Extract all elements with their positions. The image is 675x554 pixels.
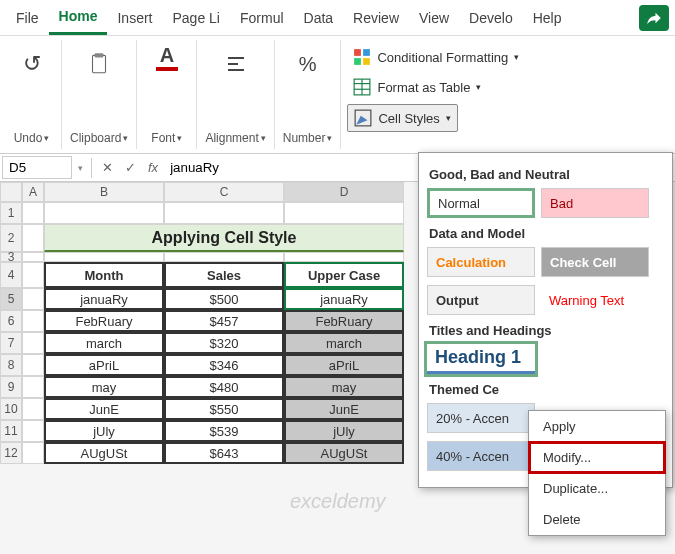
cell-sales[interactable]: $320 bbox=[164, 332, 284, 354]
name-box-chevron[interactable]: ▾ bbox=[74, 163, 87, 173]
row-header[interactable]: 1 bbox=[0, 202, 22, 224]
alignment-label: Alignment bbox=[205, 131, 258, 145]
cells: Applying Cell Style Month Sales Upper Ca… bbox=[22, 202, 404, 464]
table-label: Format as Table bbox=[377, 80, 470, 95]
select-all-corner[interactable] bbox=[0, 182, 22, 202]
section-themed: Themed Ce bbox=[429, 382, 662, 397]
cell-sales[interactable]: $346 bbox=[164, 354, 284, 376]
cell-month[interactable]: JunE bbox=[44, 398, 164, 420]
cell-upper[interactable]: JunE bbox=[284, 398, 404, 420]
row-header[interactable]: 2 bbox=[0, 224, 22, 252]
conditional-icon bbox=[353, 48, 371, 66]
row-header[interactable]: 7 bbox=[0, 332, 22, 354]
share-button[interactable] bbox=[639, 5, 669, 31]
fx-icon[interactable]: fx bbox=[142, 160, 164, 175]
cell-month[interactable]: march bbox=[44, 332, 164, 354]
tab-help[interactable]: Help bbox=[523, 2, 572, 34]
cell-sales[interactable]: $550 bbox=[164, 398, 284, 420]
share-icon bbox=[645, 9, 663, 27]
ribbon: ↺ Undo▾ Clipboard▾ A Font▾ Alignment▾ % … bbox=[0, 36, 675, 154]
table-icon bbox=[353, 78, 371, 96]
cell-styles-label: Cell Styles bbox=[378, 111, 439, 126]
tab-developer[interactable]: Develo bbox=[459, 2, 523, 34]
row-header[interactable]: 3 bbox=[0, 252, 22, 262]
ctx-delete[interactable]: Delete bbox=[529, 504, 665, 535]
col-header-a[interactable]: A bbox=[22, 182, 44, 202]
cell-upper[interactable]: may bbox=[284, 376, 404, 398]
row-header[interactable]: 4 bbox=[0, 262, 22, 288]
section-data-model: Data and Model bbox=[429, 226, 662, 241]
cell-month[interactable]: AUgUSt bbox=[44, 442, 164, 464]
group-clipboard[interactable]: Clipboard▾ bbox=[62, 40, 137, 149]
cell-sales[interactable]: $539 bbox=[164, 420, 284, 442]
tab-review[interactable]: Review bbox=[343, 2, 409, 34]
enter-icon[interactable]: ✓ bbox=[119, 160, 142, 175]
cell-sales[interactable]: $480 bbox=[164, 376, 284, 398]
tab-insert[interactable]: Insert bbox=[107, 2, 162, 34]
cell-upper[interactable]: januaRy bbox=[284, 288, 404, 310]
cell-month[interactable]: jUly bbox=[44, 420, 164, 442]
row-header[interactable]: 6 bbox=[0, 310, 22, 332]
tab-home[interactable]: Home bbox=[49, 0, 108, 35]
tab-pagelayout[interactable]: Page Li bbox=[162, 2, 229, 34]
ctx-duplicate[interactable]: Duplicate... bbox=[529, 473, 665, 504]
header-sales[interactable]: Sales bbox=[164, 262, 284, 288]
row-header[interactable]: 10 bbox=[0, 398, 22, 420]
cell-upper[interactable]: aPriL bbox=[284, 354, 404, 376]
style-bad[interactable]: Bad bbox=[541, 188, 649, 218]
tab-file[interactable]: File bbox=[6, 2, 49, 34]
cell-upper[interactable]: FebRuary bbox=[284, 310, 404, 332]
style-calculation[interactable]: Calculation bbox=[427, 247, 535, 277]
header-month[interactable]: Month bbox=[44, 262, 164, 288]
cell-month[interactable]: aPriL bbox=[44, 354, 164, 376]
tab-data[interactable]: Data bbox=[294, 2, 344, 34]
style-accent40[interactable]: 40% - Accen bbox=[427, 441, 535, 471]
style-warning[interactable]: Warning Text bbox=[541, 285, 649, 315]
col-header-c[interactable]: C bbox=[164, 182, 284, 202]
row-header[interactable]: 5 bbox=[0, 288, 22, 310]
cancel-icon[interactable]: ✕ bbox=[96, 160, 119, 175]
row-header[interactable]: 9 bbox=[0, 376, 22, 398]
row-header[interactable]: 8 bbox=[0, 354, 22, 376]
cell-sales[interactable]: $643 bbox=[164, 442, 284, 464]
header-upper[interactable]: Upper Case bbox=[284, 262, 404, 288]
watermark: exceldemy bbox=[290, 490, 386, 513]
cell-month[interactable]: may bbox=[44, 376, 164, 398]
context-menu: Apply Modify... Duplicate... Delete bbox=[528, 410, 666, 536]
undo-icon: ↺ bbox=[23, 44, 41, 84]
tab-view[interactable]: View bbox=[409, 2, 459, 34]
svg-rect-6 bbox=[364, 49, 371, 56]
ctx-modify[interactable]: Modify... bbox=[529, 442, 665, 473]
font-icon: A bbox=[156, 44, 178, 84]
group-alignment[interactable]: Alignment▾ bbox=[197, 40, 274, 149]
font-label: Font bbox=[151, 131, 175, 145]
style-heading1[interactable]: Heading 1 bbox=[427, 344, 535, 374]
style-check-cell[interactable]: Check Cell bbox=[541, 247, 649, 277]
style-accent20[interactable]: 20% - Accen bbox=[427, 403, 535, 433]
group-number[interactable]: % Number▾ bbox=[275, 40, 342, 149]
cell-styles-button[interactable]: Cell Styles▾ bbox=[347, 104, 457, 132]
cell-sales[interactable]: $500 bbox=[164, 288, 284, 310]
title-cell[interactable]: Applying Cell Style bbox=[44, 224, 404, 252]
style-output[interactable]: Output bbox=[427, 285, 535, 315]
ctx-apply[interactable]: Apply bbox=[529, 411, 665, 442]
group-font[interactable]: A Font▾ bbox=[137, 40, 197, 149]
col-header-d[interactable]: D bbox=[284, 182, 404, 202]
svg-rect-8 bbox=[364, 58, 371, 65]
cell-month[interactable]: januaRy bbox=[44, 288, 164, 310]
tab-formulas[interactable]: Formul bbox=[230, 2, 294, 34]
undo-label: Undo bbox=[14, 131, 43, 145]
group-undo[interactable]: ↺ Undo▾ bbox=[2, 40, 62, 149]
row-header[interactable]: 12 bbox=[0, 442, 22, 464]
cell-upper[interactable]: jUly bbox=[284, 420, 404, 442]
name-box[interactable] bbox=[2, 156, 72, 179]
cell-upper[interactable]: AUgUSt bbox=[284, 442, 404, 464]
cell-month[interactable]: FebRuary bbox=[44, 310, 164, 332]
style-normal[interactable]: Normal bbox=[427, 188, 535, 218]
row-header[interactable]: 11 bbox=[0, 420, 22, 442]
conditional-formatting-button[interactable]: Conditional Formatting▾ bbox=[347, 44, 667, 70]
cell-upper[interactable]: march bbox=[284, 332, 404, 354]
cell-sales[interactable]: $457 bbox=[164, 310, 284, 332]
col-header-b[interactable]: B bbox=[44, 182, 164, 202]
format-table-button[interactable]: Format as Table▾ bbox=[347, 74, 667, 100]
